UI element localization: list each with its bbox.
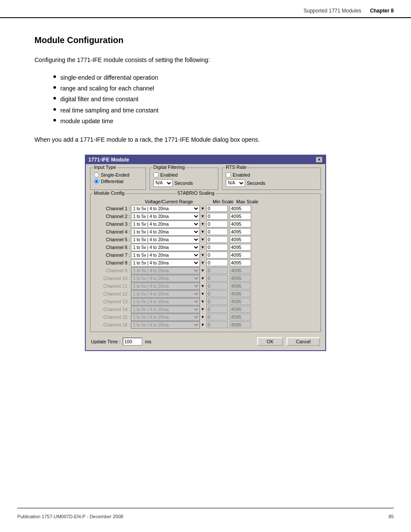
channel-select[interactable]: 1 to 5v | 4 to 20ma	[131, 252, 200, 259]
df-enabled-row: Enabled	[153, 172, 215, 177]
dropdown-arrow-icon: ▼	[201, 261, 205, 265]
min-scale-input[interactable]	[206, 244, 228, 251]
channel-row: Channel 16 : 1 to 5v | 4 to 20ma ▼	[93, 321, 318, 329]
min-scale-input[interactable]	[206, 228, 228, 235]
update-time-row: Update Time : ms	[91, 338, 151, 345]
min-scale-input[interactable]	[206, 221, 228, 227]
digital-filtering-group: Digital Filtering Enabled N/A Seconds	[149, 168, 218, 190]
max-scale-input[interactable]	[230, 221, 251, 227]
channel-select: 1 to 5v | 4 to 20ma	[131, 298, 200, 305]
max-scale-input	[230, 267, 251, 274]
min-scale-input	[206, 275, 228, 282]
cancel-button[interactable]: Cancel	[286, 337, 320, 346]
module-config-section: Module Config 57ABRIO Scaling Voltage/Cu…	[90, 193, 321, 332]
channel-select[interactable]: 1 to 5v | 4 to 20ma	[131, 205, 200, 212]
supported-modules-text: Supported 1771 Modules	[304, 8, 361, 14]
df-seconds-label: Seconds	[174, 180, 193, 186]
channel-select: 1 to 5v | 4 to 20ma	[131, 267, 200, 274]
max-scale-input[interactable]	[230, 205, 251, 212]
close-button[interactable]: ×	[316, 157, 323, 163]
page-number: 85	[389, 514, 394, 519]
min-scale-input[interactable]	[206, 213, 228, 220]
max-scale-input[interactable]	[230, 213, 251, 220]
list-item: real time sampling and time constant	[60, 105, 377, 116]
rts-seconds-label: Seconds	[247, 180, 265, 186]
page-footer: Publication 1757-UM007D-EN-P - December …	[0, 514, 411, 519]
dropdown-arrow-icon: ▼	[201, 245, 205, 249]
min-scale-input[interactable]	[206, 205, 228, 212]
max-scale-input	[230, 298, 251, 305]
max-scale-input[interactable]	[230, 228, 251, 235]
channel-label: Channel 16 :	[93, 322, 131, 327]
max-scale-input[interactable]	[230, 236, 251, 243]
input-type-group: Input Type Single-Ended Differential	[90, 168, 146, 190]
channel-select[interactable]: 1 to 5v | 4 to 20ma	[131, 259, 200, 267]
channel-row: Channel 2 : 1 to 5v | 4 to 20ma ▼	[93, 213, 318, 220]
dropdown-arrow-icon: ▼	[201, 315, 205, 319]
min-scale-input	[206, 283, 228, 289]
rts-select[interactable]: N/A	[226, 179, 245, 187]
channel-select[interactable]: 1 to 5v | 4 to 20ma	[131, 213, 200, 220]
page-header: Supported 1771 Modules Chapter 8	[0, 0, 411, 18]
single-ended-row: Single-Ended	[94, 172, 142, 177]
channel-row: Channel 14 : 1 to 5v | 4 to 20ma ▼	[93, 306, 318, 313]
update-time-input[interactable]	[123, 338, 142, 345]
rts-rate-label: RTS Rate	[225, 165, 247, 170]
update-time-label: Update Time :	[91, 339, 120, 344]
channel-row: Channel 1 : 1 to 5v | 4 to 20ma ▼	[93, 205, 318, 212]
min-scale-input	[206, 290, 228, 297]
dropdown-arrow-icon: ▼	[201, 222, 205, 226]
channel-label: Channel 12 :	[93, 291, 131, 296]
channel-select: 1 to 5v | 4 to 20ma	[131, 321, 200, 329]
min-scale-input	[206, 267, 228, 274]
channel-rows: Channel 1 : 1 to 5v | 4 to 20ma ▼ Channe…	[93, 205, 318, 329]
df-enabled-checkbox[interactable]	[153, 172, 159, 177]
max-scale-input	[230, 321, 251, 328]
channel-row: Channel 5 : 1 to 5v | 4 to 20ma ▼	[93, 236, 318, 243]
channel-select[interactable]: 1 to 5v | 4 to 20ma	[131, 244, 200, 251]
min-scale-input[interactable]	[206, 252, 228, 258]
channel-select[interactable]: 1 to 5v | 4 to 20ma	[131, 221, 200, 228]
bullet-list: single-ended or differential operation r…	[60, 72, 377, 127]
dialog-body: Input Type Single-Ended Differential Dig…	[86, 164, 325, 350]
min-scale-input[interactable]	[206, 236, 228, 243]
ok-button[interactable]: OK	[257, 337, 283, 346]
min-scale-input	[206, 321, 228, 328]
dropdown-arrow-icon: ▼	[201, 276, 205, 280]
single-ended-radio[interactable]	[94, 172, 99, 177]
dialog-box: 1771-IFE Module × Input Type Single-Ende…	[85, 155, 326, 351]
df-select[interactable]: N/A	[153, 179, 173, 187]
max-scale-input[interactable]	[230, 252, 251, 258]
channel-label: Channel 13 :	[93, 299, 131, 304]
dropdown-arrow-icon: ▼	[201, 323, 205, 327]
differential-row: Differential	[94, 179, 142, 184]
channel-select[interactable]: 1 to 5v | 4 to 20ma	[131, 236, 200, 243]
max-scale-input[interactable]	[230, 244, 251, 251]
channel-label: Channel 1 :	[93, 206, 131, 211]
min-scale-header: Min Scale	[212, 199, 234, 204]
dropdown-arrow-icon: ▼	[201, 268, 205, 273]
channel-row: Channel 4 : 1 to 5v | 4 to 20ma ▼	[93, 228, 318, 236]
dropdown-arrow-icon: ▼	[201, 230, 205, 234]
channel-label: Channel 8 :	[93, 260, 131, 265]
page-content: Module Configuration Configuring the 177…	[0, 18, 411, 377]
rts-enabled-checkbox[interactable]	[226, 172, 231, 177]
dialog-titlebar: 1771-IFE Module ×	[86, 156, 325, 164]
channel-select[interactable]: 1 to 5v | 4 to 20ma	[131, 228, 200, 236]
channel-label: Channel 6 :	[93, 245, 131, 250]
update-time-unit: ms	[145, 339, 151, 344]
channel-row: Channel 7 : 1 to 5v | 4 to 20ma ▼	[93, 252, 318, 259]
intro-text: Configuring the 1771-IFE module consists…	[34, 56, 377, 65]
channel-label: Channel 11 :	[93, 283, 131, 289]
max-scale-input[interactable]	[230, 259, 251, 266]
module-config-label: Module Config	[93, 190, 125, 196]
min-scale-input[interactable]	[206, 259, 228, 266]
dialog-top-row: Input Type Single-Ended Differential Dig…	[90, 168, 321, 190]
rts-enabled-label: Enabled	[233, 172, 250, 177]
dropdown-arrow-icon: ▼	[201, 292, 205, 296]
channel-row: Channel 3 : 1 to 5v | 4 to 20ma ▼	[93, 221, 318, 228]
channel-row: Channel 9 : 1 to 5v | 4 to 20ma ▼	[93, 267, 318, 274]
channel-row: Channel 10 : 1 to 5v | 4 to 20ma ▼	[93, 275, 318, 282]
channel-label: Channel 10 :	[93, 276, 131, 281]
differential-radio[interactable]	[94, 179, 99, 184]
